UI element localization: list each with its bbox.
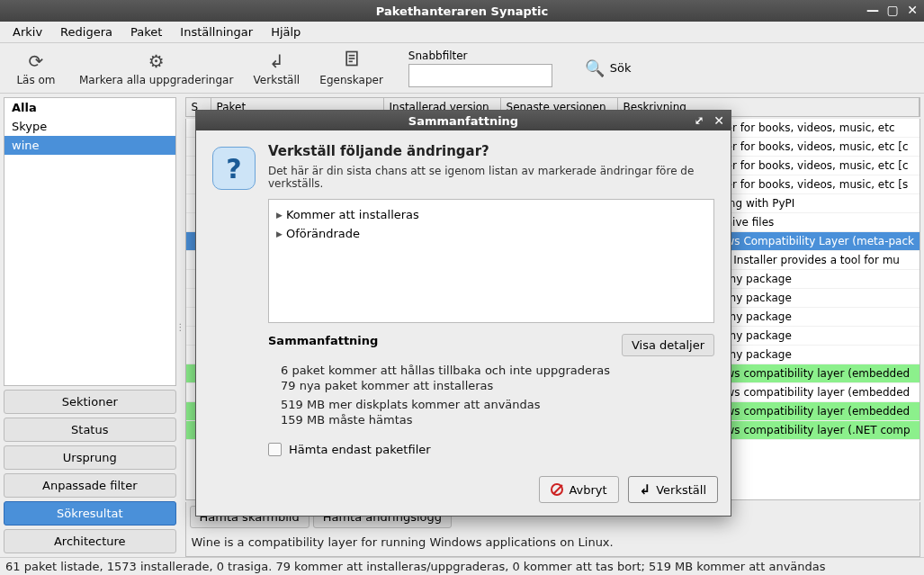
apply-button[interactable]: ↲ Verkställ (249, 50, 303, 86)
menu-bar: Arkiv Redigera Paket Inställningar Hjälp (0, 22, 924, 43)
category-wine[interactable]: wine (4, 136, 175, 155)
tree-to-install-label: Kommer att installeras (286, 208, 419, 221)
sections-button[interactable]: Sektioner (4, 390, 176, 414)
tree-to-install[interactable]: ▶ Kommer att installeras (276, 205, 706, 224)
dialog-title: Sammanfattning (408, 114, 518, 128)
search-results-button[interactable]: Sökresultat (4, 501, 176, 526)
apply-icon: ↲ (269, 50, 284, 72)
reload-label: Läs om (16, 74, 55, 86)
apply-arrow-icon: ↲ (640, 481, 651, 498)
summary-line-3: 519 MB mer diskplats kommer att användas (281, 398, 714, 411)
summary-label: Sammanfattning (268, 334, 378, 347)
architecture-button[interactable]: Architecture (4, 529, 176, 553)
cancel-button[interactable]: Avbryt (539, 476, 618, 503)
window-titlebar: Pakethanteraren Synaptic — ▢ ✕ (0, 0, 924, 22)
expand-icon: ▶ (276, 211, 283, 220)
summary-line-2: 79 nya paket kommer att installeras (281, 379, 714, 392)
question-icon: ? (212, 147, 256, 190)
cancel-label: Avbryt (569, 483, 606, 497)
dialog-heading: Verkställ följande ändringar? (268, 143, 714, 159)
reload-icon: ⟳ (29, 50, 44, 72)
download-only-checkbox[interactable] (268, 443, 282, 456)
dialog-maximize-button[interactable]: ⤢ (691, 112, 707, 129)
tree-unchanged[interactable]: ▶ Oförändrade (276, 224, 706, 243)
package-description: Wine is a compatibility layer for runnin… (190, 532, 916, 553)
mark-all-label: Markera alla uppgraderingar (79, 74, 233, 86)
window-title: Pakethanteraren Synaptic (376, 4, 548, 18)
tree-unchanged-label: Oförändrade (286, 227, 360, 240)
search-label: Sök (610, 61, 632, 75)
properties-icon (343, 49, 361, 72)
search-button[interactable]: 🔍 Sök (585, 58, 632, 77)
minimize-button[interactable]: — (865, 2, 881, 18)
menu-file[interactable]: Arkiv (5, 23, 49, 40)
apply-dialog-button[interactable]: ↲ Verkställ ↖ (628, 476, 718, 503)
properties-button[interactable]: Egenskaper (319, 49, 382, 86)
summary-line-4: 159 MB måste hämtas (281, 413, 714, 427)
show-details-button[interactable]: Visa detaljer (622, 334, 714, 356)
left-button-group: Sektioner Status Ursprung Anpassade filt… (4, 390, 176, 557)
search-icon: 🔍 (585, 58, 605, 77)
status-button[interactable]: Status (4, 418, 176, 442)
gear-icon: ⚙ (148, 50, 165, 72)
apply-dialog-label: Verkställ (656, 483, 706, 497)
changes-tree[interactable]: ▶ Kommer att installeras ▶ Oförändrade (268, 199, 714, 323)
reload-button[interactable]: ⟳ Läs om (9, 50, 63, 86)
apply-label: Verkställ (254, 74, 301, 86)
menu-help[interactable]: Hjälp (264, 23, 308, 40)
summary-line-1: 6 paket kommer att hållas tillbaka och i… (281, 364, 714, 377)
menu-settings[interactable]: Inställningar (173, 23, 260, 40)
toolbar: ⟳ Läs om ⚙ Markera alla uppgraderingar ↲… (0, 43, 924, 94)
left-pane: Alla Skype wine Sektioner Status Ursprun… (4, 97, 176, 557)
quick-filter: Snabbfilter (408, 49, 552, 87)
expand-icon: ▶ (276, 229, 283, 238)
maximize-button[interactable]: ▢ (884, 2, 901, 18)
mark-all-upgrades-button[interactable]: ⚙ Markera alla uppgraderingar (79, 50, 233, 86)
properties-label: Egenskaper (319, 74, 382, 86)
category-skype[interactable]: Skype (4, 117, 175, 136)
quick-filter-input[interactable] (408, 64, 552, 87)
custom-filters-button[interactable]: Anpassade filter (4, 473, 176, 498)
cancel-icon (551, 483, 563, 496)
origin-button[interactable]: Ursprung (4, 445, 176, 470)
status-text: 61 paket listade, 1573 installerade, 0 t… (5, 560, 826, 573)
dialog-titlebar: Sammanfattning ⤢ ✕ (196, 111, 731, 130)
menu-package[interactable]: Paket (123, 23, 169, 40)
vertical-splitter[interactable] (178, 97, 184, 557)
dialog-subtitle: Det här är din sista chans att se igenom… (268, 165, 714, 190)
download-only-label: Hämta endast paketfiler (289, 443, 431, 456)
category-list[interactable]: Alla Skype wine (4, 97, 176, 386)
summary-dialog: Sammanfattning ⤢ ✕ ? Verkställ följande … (195, 110, 731, 517)
menu-edit[interactable]: Redigera (53, 23, 120, 40)
close-button[interactable]: ✕ (904, 2, 920, 18)
status-bar: 61 paket listade, 1573 installerade, 0 t… (0, 557, 924, 575)
dialog-close-button[interactable]: ✕ (711, 112, 727, 129)
summary-lines: 6 paket kommer att hållas tillbaka och i… (268, 364, 714, 427)
category-all[interactable]: Alla (4, 98, 175, 117)
quick-filter-label: Snabbfilter (408, 49, 552, 62)
